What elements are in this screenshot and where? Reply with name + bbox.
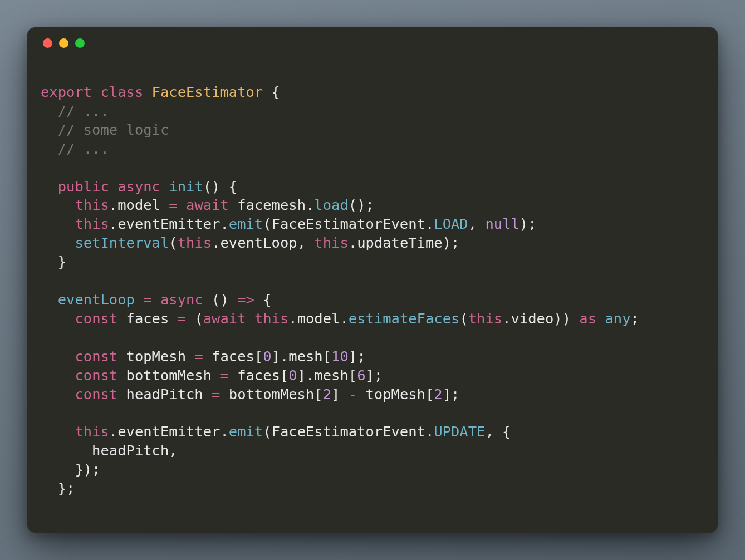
- code-token: model: [297, 310, 340, 327]
- code-token: [41, 348, 75, 365]
- code-token: [220, 386, 228, 402]
- code-token: // ...: [41, 102, 109, 119]
- code-token: .: [109, 423, 117, 440]
- code-token: [41, 367, 75, 384]
- code-token: 6: [357, 367, 365, 384]
- code-token: async: [117, 178, 160, 195]
- code-token: this: [75, 197, 109, 213]
- code-token: [41, 291, 58, 308]
- code-token: eventEmitter: [117, 215, 220, 232]
- code-token: [: [323, 348, 331, 365]
- window-titlebar: [27, 27, 718, 58]
- maximize-icon[interactable]: [75, 38, 85, 48]
- code-token: (): [212, 291, 229, 308]
- code-token: [357, 386, 365, 402]
- code-token: [596, 310, 605, 327]
- code-token: (: [263, 423, 271, 440]
- code-token: await: [203, 310, 246, 327]
- code-token: (: [186, 310, 203, 327]
- code-token: {: [263, 291, 271, 308]
- close-icon[interactable]: [43, 38, 52, 48]
- code-token: 2: [434, 386, 442, 402]
- code-token: [41, 423, 75, 440]
- code-token: [229, 367, 237, 384]
- code-token: facemesh: [237, 197, 306, 213]
- code-token: ];: [443, 386, 460, 402]
- code-token: [246, 310, 254, 327]
- code-token: [41, 215, 75, 232]
- code-token: UPDATE: [434, 423, 485, 440]
- code-token: .: [280, 348, 288, 365]
- code-token: video: [511, 310, 554, 327]
- code-token: [117, 348, 126, 365]
- code-token: }: [41, 253, 66, 270]
- code-token: FaceEstimatorEvent: [272, 215, 425, 232]
- code-token: [41, 178, 58, 195]
- code-token: [169, 310, 177, 327]
- code-token: as: [579, 310, 596, 327]
- code-token: );: [443, 234, 460, 251]
- code-token: .: [425, 423, 434, 440]
- code-token: LOAD: [434, 215, 468, 232]
- code-token: public: [58, 178, 109, 195]
- code-token: model: [117, 197, 160, 213]
- code-token: .: [220, 423, 228, 440]
- code-token: [186, 348, 194, 365]
- code-token: [41, 197, 75, 213]
- code-token: any: [605, 310, 630, 327]
- code-token: [117, 367, 126, 384]
- code-token: estimateFaces: [349, 310, 460, 327]
- code-token: 0: [288, 367, 297, 384]
- code-token: const: [75, 348, 117, 365]
- code-token: [212, 367, 220, 384]
- code-token: (: [263, 215, 271, 232]
- code-token: .: [109, 215, 117, 232]
- code-token: headPitch,: [41, 442, 178, 459]
- code-token: eventEmitter: [117, 423, 220, 440]
- code-token: ];: [349, 348, 366, 365]
- code-token: ;: [631, 310, 639, 327]
- code-token: this: [468, 310, 502, 327]
- code-token: FaceEstimator: [152, 83, 263, 100]
- code-token: const: [75, 386, 117, 402]
- code-token: const: [75, 367, 117, 384]
- code-token: null: [485, 215, 519, 232]
- code-token: // some logic: [41, 121, 169, 138]
- code-token: async: [160, 291, 203, 308]
- code-token: headPitch: [126, 386, 203, 402]
- code-token: [340, 386, 348, 402]
- code-token: [254, 291, 263, 308]
- code-token: .: [212, 234, 220, 251]
- code-token: .: [349, 234, 357, 251]
- code-token: mesh: [288, 348, 322, 365]
- code-token: eventLoop: [220, 234, 297, 251]
- code-token: [117, 310, 126, 327]
- code-token: .: [220, 215, 228, 232]
- code-token: class: [100, 83, 143, 100]
- code-token: eventLoop: [58, 291, 135, 308]
- code-token: .: [340, 310, 348, 327]
- code-token: mesh: [314, 367, 348, 384]
- code-token: [229, 291, 237, 308]
- code-token: ]: [297, 367, 306, 384]
- minimize-icon[interactable]: [59, 38, 68, 48]
- code-token: faces: [212, 348, 254, 365]
- code-token: [: [349, 367, 357, 384]
- code-token: [41, 310, 75, 327]
- code-token: .: [502, 310, 511, 327]
- code-token: await: [186, 197, 229, 213]
- code-token: [203, 386, 212, 402]
- code-token: });: [41, 461, 100, 478]
- code-token: ,: [468, 215, 486, 232]
- code-token: .: [425, 215, 434, 232]
- code-token: this: [254, 310, 288, 327]
- code-token: FaceEstimatorEvent: [272, 423, 425, 440]
- code-token: this: [178, 234, 212, 251]
- code-token: faces: [126, 310, 169, 327]
- code-token: topMesh: [126, 348, 186, 365]
- code-token: (: [459, 310, 468, 327]
- code-token: {: [263, 83, 280, 100]
- code-token: [: [254, 348, 263, 365]
- code-token: =: [169, 197, 177, 213]
- code-token: topMesh: [365, 386, 425, 402]
